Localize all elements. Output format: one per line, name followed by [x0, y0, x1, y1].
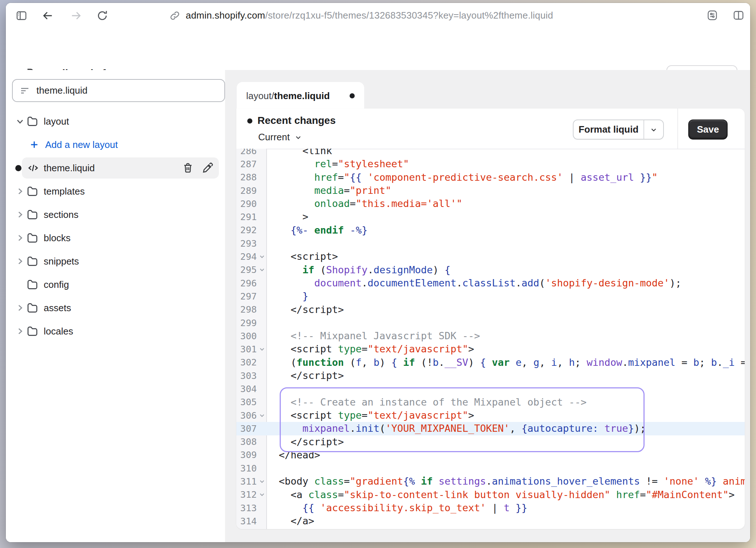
sidebar-folder-locales[interactable]: locales	[6, 320, 225, 343]
selected-file-row[interactable]: theme.liquid	[22, 157, 219, 179]
code-line-298[interactable]: 298 </script>	[236, 303, 745, 316]
delete-file-icon[interactable]	[182, 162, 194, 174]
code-line-310[interactable]: 310	[236, 462, 745, 475]
split-view-icon[interactable]	[732, 9, 745, 21]
code-line-303[interactable]: 303 </script>	[236, 369, 745, 382]
chevron-down-icon[interactable]	[15, 117, 25, 126]
add-new-layout-link[interactable]: Add a new layout	[6, 133, 225, 156]
save-button[interactable]: Save	[688, 120, 728, 140]
browser-extensions-icon[interactable]	[706, 9, 718, 21]
header-divider	[677, 109, 678, 149]
sidebar-file-theme.liquid[interactable]: theme.liquid	[6, 156, 225, 180]
format-liquid-split-button: Format liquid	[573, 120, 664, 140]
code-line-290[interactable]: 290 onload="this.media='all'"	[236, 197, 745, 210]
version-dropdown[interactable]: Current	[258, 132, 302, 143]
line-number: 310	[236, 463, 257, 474]
code-text: mixpanel.init('YOUR_MIXPANEL_TOKEN', {au…	[267, 422, 646, 435]
code-line-301[interactable]: 301 <script type="text/javascript">	[236, 342, 745, 356]
code-text: {%- endif -%}	[267, 224, 367, 237]
code-text: rel="stylesheet"	[267, 157, 409, 171]
sidebar-folder-snippets[interactable]: snippets	[6, 250, 225, 273]
sidebar-folder-sections[interactable]: sections	[6, 203, 225, 226]
code-line-306[interactable]: 306 <script type="text/javascript">	[236, 409, 745, 422]
code-text: <!-- Mixpanel Javascript SDK -->	[267, 329, 480, 342]
code-line-287[interactable]: 287 rel="stylesheet"	[236, 157, 745, 171]
tab-theme-liquid[interactable]: layout/theme.liquid	[237, 82, 364, 110]
code-line-294[interactable]: 294 <script>	[236, 250, 745, 263]
sidebar-toggle-icon[interactable]	[15, 9, 28, 22]
chevron-right-icon[interactable]	[15, 303, 25, 313]
fold-chevron-icon[interactable]	[257, 478, 267, 485]
sidebar-folder-assets[interactable]: assets	[6, 296, 225, 320]
code-text: {{ 'accessibility.skip_to_text' | t }}	[267, 501, 527, 514]
modified-indicator-dot	[15, 165, 21, 171]
code-line-314[interactable]: 314 </a>	[236, 514, 745, 528]
code-line-286[interactable]: 286 <link	[236, 149, 745, 157]
fold-chevron-icon[interactable]	[257, 492, 267, 498]
sidebar-folder-label: sections	[44, 209, 78, 220]
code-file-icon	[27, 162, 39, 174]
chevron-right-icon[interactable]	[15, 233, 25, 243]
code-line-288[interactable]: 288 href="{{ 'component-predictive-searc…	[236, 171, 745, 184]
code-line-291[interactable]: 291 >	[236, 210, 745, 223]
fold-chevron-icon[interactable]	[257, 412, 267, 419]
forward-button-icon[interactable]	[70, 9, 82, 22]
format-liquid-button[interactable]: Format liquid	[574, 120, 643, 139]
format-liquid-menu-button[interactable]	[643, 120, 663, 139]
sidebar-folder-config[interactable]: config	[6, 273, 225, 296]
code-line-302[interactable]: 302 (function (f, b) { if (!b.__SV) { va…	[236, 356, 745, 369]
code-text: </head>	[267, 449, 320, 462]
sidebar-folder-label: blocks	[44, 232, 71, 244]
code-text: <script>	[267, 250, 338, 263]
address-bar[interactable]: admin.shopify.com/store/rzq1xu-f5/themes…	[169, 3, 553, 28]
line-number: 292	[236, 225, 257, 235]
code-line-297[interactable]: 297 }	[236, 290, 745, 303]
code-scroll-region[interactable]: 286 <link287 rel="stylesheet"288 href="{…	[236, 149, 745, 529]
chevron-right-icon[interactable]	[15, 210, 25, 219]
code-text: onload="this.media='all'"	[267, 197, 462, 210]
chevron-right-icon[interactable]	[15, 187, 25, 196]
code-line-293[interactable]: 293	[236, 237, 745, 250]
code-line-296[interactable]: 296 document.documentElement.classList.a…	[236, 277, 745, 290]
code-line-304[interactable]: 304	[236, 382, 745, 395]
folder-icon	[26, 185, 39, 197]
line-number: 305	[236, 397, 257, 407]
line-number: 312	[236, 489, 257, 500]
chevron-right-icon[interactable]	[15, 280, 25, 289]
fold-chevron-icon[interactable]	[257, 346, 267, 352]
sidebar-folder-templates[interactable]: templates	[6, 180, 225, 203]
code-line-312[interactable]: 312 <a class="skip-to-content-link butto…	[236, 488, 745, 501]
sidebar-folder-layout[interactable]: layout	[6, 110, 225, 133]
code-line-295[interactable]: 295 if (Shopify.designMode) {	[236, 263, 745, 277]
chevron-right-icon[interactable]	[15, 326, 25, 336]
code-line-307[interactable]: 307 mixpanel.init('YOUR_MIXPANEL_TOKEN',…	[236, 422, 745, 435]
sidebar-folder-blocks[interactable]: blocks	[6, 226, 225, 250]
code-text: <a class="skip-to-content-link button vi…	[267, 488, 735, 501]
line-number: 289	[236, 185, 257, 196]
version-dropdown-value: Current	[258, 132, 290, 143]
reload-icon[interactable]	[96, 9, 109, 22]
code-line-300[interactable]: 300 <!-- Mixpanel Javascript SDK -->	[236, 329, 745, 342]
folder-icon	[26, 255, 39, 267]
fold-chevron-icon[interactable]	[257, 254, 267, 260]
code-line-289[interactable]: 289 media="print"	[236, 184, 745, 197]
rename-file-icon[interactable]	[202, 162, 213, 174]
folder-icon	[26, 302, 39, 314]
code-line-292[interactable]: 292 {%- endif -%}	[236, 224, 745, 237]
back-button-icon[interactable]	[42, 9, 54, 22]
line-number: 296	[236, 278, 257, 289]
code-line-313[interactable]: 313 {{ 'accessibility.skip_to_text' | t …	[236, 501, 745, 514]
line-number: 294	[236, 251, 257, 262]
code-line-305[interactable]: 305 <!-- Create an instance of the Mixpa…	[236, 396, 745, 409]
code-line-308[interactable]: 308 </script>	[236, 435, 745, 449]
line-number: 308	[236, 437, 257, 447]
line-number: 314	[236, 516, 257, 527]
code-line-299[interactable]: 299	[236, 316, 745, 329]
file-filter-input[interactable]: theme.liquid	[12, 79, 225, 102]
code-text: media="print"	[267, 184, 391, 197]
chevron-right-icon[interactable]	[15, 257, 25, 266]
code-line-311[interactable]: 311 <body class="gradient{% if settings.…	[236, 475, 745, 488]
fold-chevron-icon[interactable]	[257, 267, 267, 273]
sidebar-folder-label: layout	[44, 116, 69, 127]
code-line-309[interactable]: 309 </head>	[236, 449, 745, 462]
